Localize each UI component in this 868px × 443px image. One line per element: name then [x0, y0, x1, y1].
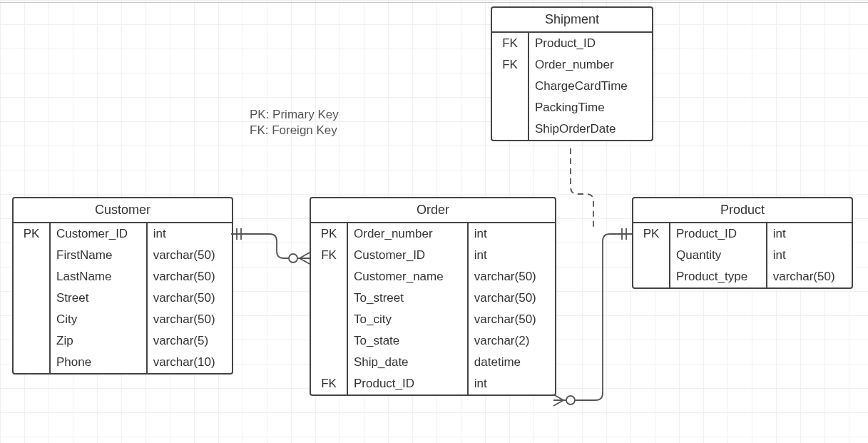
- entity-title: Order: [311, 198, 555, 223]
- top-divider: [0, 2, 868, 3]
- entity-title: Shipment: [492, 8, 652, 32]
- one-notation-icon: [622, 228, 626, 240]
- entity-order[interactable]: Order PKOrder_numberint FKCustomer_IDint…: [310, 197, 556, 396]
- key-legend: PK: Primary Key FK: Foreign Key: [250, 107, 339, 138]
- rel-product-order: [553, 234, 632, 400]
- one-notation-icon: [237, 228, 241, 240]
- erd-canvas: PK: Primary Key FK: Foreign Key Shipment…: [0, 0, 868, 443]
- many-notation-icon: [553, 394, 563, 406]
- rel-shipment-order: [571, 148, 593, 227]
- entity-product[interactable]: Product PKProduct_IDint Quantityint Prod…: [632, 197, 853, 289]
- entity-shipment[interactable]: Shipment FKProduct_ID FKOrder_number Cha…: [491, 6, 653, 141]
- legend-fk: FK: Foreign Key: [250, 123, 339, 138]
- many-notation-icon: [300, 253, 310, 264]
- zero-notation-icon: [566, 396, 575, 404]
- entity-title: Product: [633, 198, 852, 223]
- legend-pk: PK: Primary Key: [250, 107, 339, 123]
- entity-title: Customer: [14, 198, 232, 223]
- rel-customer-order: [231, 234, 310, 258]
- entity-customer[interactable]: Customer PKCustomer_IDint FirstNamevarch…: [12, 197, 233, 375]
- zero-notation-icon: [289, 254, 297, 263]
